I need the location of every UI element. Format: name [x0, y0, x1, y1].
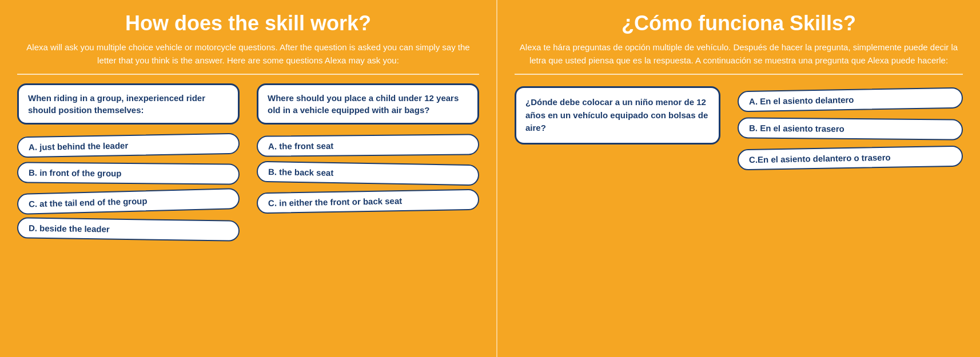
left-divider: [17, 74, 479, 75]
q2-answers-list: A. the front seat B. the back seat C. in…: [257, 135, 479, 212]
right-answer-b[interactable]: B. En el asiento trasero: [738, 117, 963, 140]
right-description: Alexa te hára preguntas de opción multip…: [515, 41, 963, 67]
q1-answers-list: A. just behind the leader B. in front of…: [17, 135, 240, 240]
right-question-col: ¿Dónde debe colocar a un niño menor de 1…: [515, 83, 720, 169]
q1-answer-b[interactable]: B. in front of the group: [17, 162, 240, 184]
q1-answer-a[interactable]: A. just behind the leader: [17, 133, 240, 158]
right-answer-a[interactable]: A. En el asiento delantero: [738, 87, 963, 113]
right-question-bubble: ¿Dónde debe colocar a un niño menor de 1…: [515, 86, 720, 145]
q2-answer-c[interactable]: C. in either the front or back seat: [257, 189, 480, 214]
left-title: How does the skill work?: [17, 11, 479, 35]
left-questions-area: When riding in a group, inexperienced ri…: [17, 83, 479, 240]
q2-answer-a[interactable]: A. the front seat: [257, 134, 479, 157]
q2-answer-b[interactable]: B. the back seat: [257, 161, 480, 186]
question-col-2: Where should you place a child under 12 …: [257, 83, 479, 240]
right-panel: ¿Cómo funciona Skills? Alexa te hára pre…: [497, 0, 980, 357]
right-answers-col: A. En el asiento delantero B. En el asie…: [738, 83, 963, 169]
right-title: ¿Cómo funciona Skills?: [515, 11, 963, 35]
q1-answer-d[interactable]: D. beside the leader: [17, 217, 240, 241]
question-1-bubble: When riding in a group, inexperienced ri…: [17, 83, 240, 125]
q1-answer-c[interactable]: C. at the tail end of the group: [17, 188, 240, 215]
question-col-1: When riding in a group, inexperienced ri…: [17, 83, 240, 240]
right-answer-c[interactable]: C.En el asiento delantero o trasero: [738, 146, 963, 171]
right-content-area: ¿Dónde debe colocar a un niño menor de 1…: [515, 83, 963, 169]
question-2-bubble: Where should you place a child under 12 …: [257, 83, 479, 125]
right-divider: [515, 74, 963, 75]
left-description: Alexa will ask you multiple choice vehic…: [17, 41, 479, 67]
left-panel: How does the skill work? Alexa will ask …: [0, 0, 497, 357]
